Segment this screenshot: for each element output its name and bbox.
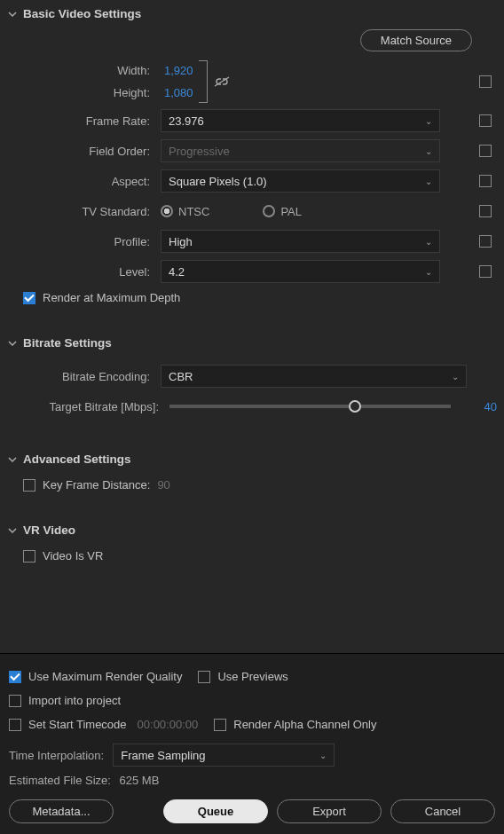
key-frame-distance-label: Key Frame Distance: (43, 478, 150, 492)
frame-rate-dropdown[interactable]: 23.976 ⌄ (161, 109, 440, 132)
slider-thumb[interactable] (349, 400, 361, 413)
tv-standard-match-checkbox[interactable] (479, 205, 492, 217)
bitrate-encoding-label: Bitrate Encoding: (23, 370, 161, 383)
cancel-button[interactable]: Cancel (390, 799, 495, 823)
target-bitrate-value[interactable]: 40 (461, 400, 497, 413)
bitrate-encoding-dropdown[interactable]: CBR ⌄ (161, 365, 467, 388)
pal-radio[interactable]: PAL (263, 205, 302, 218)
tv-standard-label: TV Standard: (23, 205, 161, 218)
link-constrain-icon[interactable] (211, 71, 232, 92)
chevron-down-icon: ⌄ (319, 751, 327, 760)
ntsc-radio[interactable]: NTSC (161, 205, 209, 218)
profile-match-checkbox[interactable] (479, 235, 492, 248)
time-interpolation-dropdown[interactable]: Frame Sampling ⌄ (113, 744, 335, 767)
chevron-down-icon (7, 338, 18, 349)
estimated-file-size-value: 625 MB (120, 774, 160, 787)
aspect-dropdown[interactable]: Square Pixels (1.0) ⌄ (161, 169, 440, 193)
chevron-down-icon (7, 525, 18, 536)
max-render-quality-label: Use Maximum Render Quality (28, 670, 182, 683)
ntsc-label: NTSC (178, 205, 209, 218)
height-label: Height: (23, 86, 161, 99)
export-button[interactable]: Export (277, 799, 382, 823)
section-title: VR Video (23, 523, 75, 537)
chevron-down-icon: ⌄ (452, 372, 459, 382)
aspect-label: Aspect: (23, 175, 161, 188)
field-order-match-checkbox[interactable] (479, 145, 492, 157)
level-label: Level: (23, 265, 161, 279)
key-frame-distance-value: 90 (157, 478, 169, 492)
frame-rate-match-checkbox[interactable] (479, 114, 492, 127)
chevron-down-icon (7, 454, 18, 465)
basic-video-settings-header[interactable]: Basic Video Settings (7, 4, 497, 24)
key-frame-distance-checkbox[interactable] (23, 479, 35, 492)
chevron-down-icon: ⌄ (425, 146, 432, 156)
section-title: Advanced Settings (23, 452, 131, 466)
link-bracket (199, 60, 208, 103)
chevron-down-icon: ⌄ (425, 237, 432, 247)
use-previews-label: Use Previews (217, 670, 287, 683)
width-label: Width: (23, 64, 161, 77)
chevron-down-icon: ⌄ (425, 177, 432, 186)
use-previews-checkbox[interactable] (198, 671, 210, 683)
import-project-checkbox[interactable] (9, 695, 21, 707)
profile-dropdown[interactable]: High ⌄ (161, 230, 440, 253)
chevron-down-icon: ⌄ (425, 116, 432, 126)
queue-button[interactable]: Queue (163, 799, 268, 823)
match-source-button[interactable]: Match Source (360, 29, 472, 51)
vr-video-header[interactable]: VR Video (7, 520, 497, 540)
aspect-match-checkbox[interactable] (479, 175, 492, 187)
target-bitrate-slider[interactable] (169, 405, 451, 408)
advanced-settings-header[interactable]: Advanced Settings (7, 449, 497, 469)
field-order-label: Field Order: (23, 145, 161, 158)
bitrate-settings-header[interactable]: Bitrate Settings (7, 333, 497, 353)
section-title: Basic Video Settings (23, 7, 141, 20)
pal-label: PAL (280, 205, 302, 218)
start-timecode-value: 00:00:00:00 (138, 718, 199, 731)
render-alpha-checkbox[interactable] (214, 719, 226, 731)
set-start-timecode-checkbox[interactable] (9, 719, 21, 731)
max-render-quality-checkbox[interactable] (9, 671, 21, 683)
import-project-label: Import into project (28, 694, 121, 707)
section-title: Bitrate Settings (23, 336, 112, 350)
render-max-depth-checkbox[interactable] (23, 292, 35, 304)
estimated-file-size-label: Estimated File Size: (9, 774, 111, 787)
level-dropdown[interactable]: 4.2 ⌄ (161, 260, 440, 283)
height-value[interactable]: 1,080 (161, 86, 193, 99)
render-max-depth-label: Render at Maximum Depth (43, 291, 180, 304)
width-height-match-checkbox[interactable] (479, 75, 492, 88)
time-interpolation-label: Time Interpolation: (9, 749, 104, 762)
level-match-checkbox[interactable] (479, 265, 492, 278)
chevron-down-icon: ⌄ (425, 267, 432, 277)
set-start-timecode-label: Set Start Timecode (28, 718, 127, 731)
chevron-down-icon (7, 9, 18, 20)
video-is-vr-checkbox[interactable] (23, 550, 35, 563)
video-is-vr-label: Video Is VR (43, 549, 103, 563)
frame-rate-label: Frame Rate: (23, 114, 161, 128)
field-order-dropdown: Progressive ⌄ (161, 139, 440, 162)
target-bitrate-label: Target Bitrate [Mbps]: (23, 400, 169, 413)
width-value[interactable]: 1,920 (161, 64, 193, 77)
profile-label: Profile: (23, 235, 161, 248)
render-alpha-label: Render Alpha Channel Only (233, 718, 376, 731)
radio-icon (263, 205, 275, 217)
radio-icon (161, 205, 173, 217)
metadata-button[interactable]: Metadata... (9, 799, 114, 823)
